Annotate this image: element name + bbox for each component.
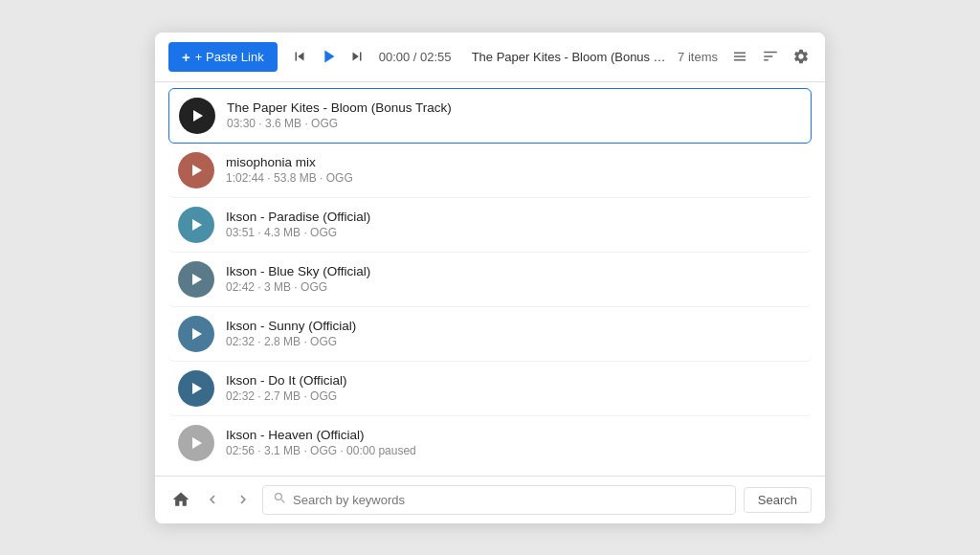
toolbar: + + Paste Link 00:00 / 02:55 The Paper K [155, 33, 825, 82]
track-name: The Paper Kites - Bloom (Bonus Track) [227, 100, 801, 115]
play-icon [318, 46, 339, 67]
track-thumbnail [178, 261, 214, 298]
play-button[interactable] [316, 44, 341, 69]
play-triangle-icon [193, 110, 203, 122]
paste-link-label: + Paste Link [195, 50, 264, 64]
play-triangle-icon [192, 165, 202, 176]
item-count: 7 items [678, 50, 718, 64]
gear-icon [792, 48, 810, 65]
track-thumbnail [178, 207, 214, 243]
playlist: The Paper Kites - Bloom (Bonus Track)03:… [155, 82, 825, 476]
track-name: Ikson - Blue Sky (Official) [226, 264, 802, 278]
search-wrapper [262, 485, 736, 515]
skip-next-icon [348, 48, 366, 65]
track-meta: 02:56 · 3.1 MB · OGG · 00:00 paused [226, 444, 802, 457]
queue-icon [731, 48, 748, 65]
queue-icon-button[interactable] [729, 46, 750, 67]
search-button[interactable]: Search [744, 487, 812, 513]
track-meta: 02:42 · 3 MB · OGG [226, 280, 802, 294]
play-triangle-icon [192, 274, 202, 285]
track-info: Ikson - Heaven (Official)02:56 · 3.1 MB … [226, 428, 802, 457]
home-icon [171, 490, 190, 509]
skip-prev-icon [291, 48, 308, 65]
track-name: misophonia mix [226, 155, 802, 169]
app-container: + + Paste Link 00:00 / 02:55 The Paper K [155, 33, 825, 523]
search-input[interactable] [293, 493, 725, 507]
player-controls [289, 44, 368, 69]
track-thumbnail [179, 98, 215, 134]
track-info: Ikson - Blue Sky (Official)02:42 · 3 MB … [226, 264, 802, 294]
search-icon [273, 491, 287, 509]
paste-link-button[interactable]: + + Paste Link [168, 42, 278, 72]
time-display: 00:00 / 02:55 [379, 50, 460, 64]
track-info: Ikson - Paradise (Official)03:51 · 4.3 M… [226, 210, 802, 239]
playlist-item[interactable]: Ikson - Blue Sky (Official)02:42 · 3 MB … [168, 253, 812, 307]
home-button[interactable] [168, 487, 193, 512]
track-meta: 02:32 · 2.8 MB · OGG [226, 335, 802, 348]
track-meta: 03:51 · 4.3 MB · OGG [226, 226, 802, 239]
playlist-item[interactable]: Ikson - Heaven (Official)02:56 · 3.1 MB … [168, 416, 812, 470]
playlist-item[interactable]: The Paper Kites - Bloom (Bonus Track)03:… [168, 88, 812, 144]
track-meta: 02:32 · 2.7 MB · OGG [226, 389, 802, 403]
toolbar-icons [729, 46, 812, 67]
plus-icon: + [182, 49, 190, 65]
track-meta: 1:02:44 · 53.8 MB · OGG [226, 171, 802, 185]
play-triangle-icon [192, 219, 202, 231]
track-meta: 03:30 · 3.6 MB · OGG [227, 117, 801, 130]
sort-icon [762, 48, 779, 65]
track-info: Ikson - Do It (Official)02:32 · 2.7 MB ·… [226, 373, 802, 403]
forward-icon [234, 491, 252, 508]
track-info: Ikson - Sunny (Official)02:32 · 2.8 MB ·… [226, 319, 802, 348]
track-name: Ikson - Sunny (Official) [226, 319, 802, 333]
track-name: Ikson - Paradise (Official) [226, 210, 802, 224]
track-thumbnail [178, 152, 214, 189]
playlist-item[interactable]: Ikson - Paradise (Official)03:51 · 4.3 M… [168, 198, 812, 253]
back-icon [204, 491, 221, 508]
magnifier-icon [273, 491, 287, 505]
back-button[interactable] [201, 488, 224, 511]
play-triangle-icon [192, 383, 202, 394]
track-thumbnail [178, 425, 214, 461]
next-button[interactable] [346, 46, 368, 67]
playlist-item[interactable]: Ikson - Do It (Official)02:32 · 2.7 MB ·… [168, 362, 812, 416]
current-track-title: The Paper Kites - Bloom (Bonus Track) [472, 50, 666, 64]
forward-button[interactable] [232, 488, 255, 511]
track-info: misophonia mix1:02:44 · 53.8 MB · OGG [226, 155, 802, 185]
track-name: Ikson - Do It (Official) [226, 373, 802, 388]
playlist-item[interactable]: misophonia mix1:02:44 · 53.8 MB · OGG [168, 144, 812, 198]
track-thumbnail [178, 370, 214, 407]
track-name: Ikson - Heaven (Official) [226, 428, 802, 442]
settings-icon-button[interactable] [791, 46, 812, 67]
sort-icon-button[interactable] [760, 46, 781, 67]
track-thumbnail [178, 316, 214, 352]
play-triangle-icon [192, 328, 202, 340]
bottom-bar: Search [155, 476, 825, 523]
play-triangle-icon [192, 437, 202, 449]
track-info: The Paper Kites - Bloom (Bonus Track)03:… [227, 100, 801, 130]
playlist-item[interactable]: Ikson - Sunny (Official)02:32 · 2.8 MB ·… [168, 307, 812, 362]
prev-button[interactable] [289, 46, 310, 67]
